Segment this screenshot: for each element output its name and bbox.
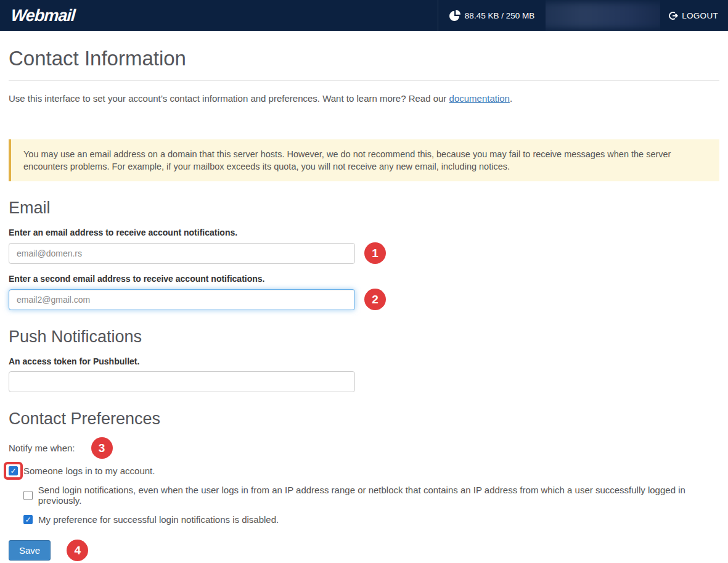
login-notify-label: Someone logs in to my account.	[23, 466, 155, 476]
ip-range-checkbox[interactable]	[23, 491, 33, 500]
email-section-heading: Email	[9, 199, 719, 218]
ip-range-label: Send login notifications, even when the …	[38, 485, 719, 506]
user-identity-blurred	[546, 0, 660, 31]
email2-input[interactable]	[9, 289, 355, 310]
logout-button[interactable]: LOGOUT	[660, 0, 728, 31]
navbar-right: 88.45 KB / 250 MB LOGOUT	[438, 0, 728, 31]
checkbox-row-ip-range: Send login notifications, even when the …	[23, 485, 719, 506]
notify-me-when-text: Notify me when:	[9, 443, 75, 453]
login-notify-checkbox[interactable]	[9, 466, 18, 475]
disk-usage: 88.45 KB / 250 MB	[438, 0, 546, 31]
email1-input[interactable]	[9, 243, 355, 264]
blur-smudge	[546, 2, 660, 28]
pushbullet-token-input[interactable]	[9, 371, 355, 392]
main-content: Contact Information Use this interface t…	[0, 47, 728, 561]
disk-usage-text: 88.45 KB / 250 MB	[465, 11, 534, 20]
push-section-heading: Push Notifications	[9, 327, 719, 347]
save-row: Save 4	[9, 540, 719, 561]
annotation-badge-1: 1	[364, 242, 386, 264]
email2-row: 2	[9, 289, 719, 310]
intro-suffix: .	[510, 93, 512, 104]
annotation-badge-3: 3	[91, 437, 113, 459]
annotation-badge-2: 2	[364, 289, 386, 310]
top-navbar: Webmail 88.45 KB / 250 MB LOGOUT	[0, 0, 728, 31]
documentation-link[interactable]: documentation	[449, 93, 510, 104]
pushbullet-row	[9, 371, 719, 392]
preferences-section-heading: Contact Preferences	[9, 409, 719, 429]
annotation-badge-4: 4	[67, 540, 88, 561]
intro-paragraph: Use this interface to set your account’s…	[9, 93, 719, 104]
preference-disabled-checkbox[interactable]	[23, 515, 33, 524]
email2-label: Enter a second email address to receive …	[9, 274, 719, 284]
webmail-logo: Webmail	[0, 0, 87, 31]
email1-row: 1	[9, 242, 719, 264]
logout-label: LOGOUT	[682, 11, 718, 20]
warning-text: You may use an email address on a domain…	[23, 149, 671, 171]
checkbox-row-preference-disabled: My preference for successful login notif…	[23, 514, 719, 525]
warning-callout: You may use an email address on a domain…	[9, 139, 719, 181]
preference-disabled-label: My preference for successful login notif…	[38, 514, 279, 525]
save-button[interactable]: Save	[9, 540, 51, 561]
checkbox-row-login-notify: Someone logs in to my account.	[9, 466, 719, 476]
checkbox-wrap	[9, 466, 18, 475]
page-title: Contact Information	[9, 47, 719, 81]
pie-chart-icon	[449, 10, 460, 21]
notify-row: Notify me when: 3	[9, 437, 719, 459]
intro-text: Use this interface to set your account’s…	[9, 93, 449, 104]
pushbullet-label: An access token for Pushbullet.	[9, 356, 719, 366]
logout-icon	[669, 11, 678, 20]
email1-label: Enter an email address to receive accoun…	[9, 228, 719, 237]
